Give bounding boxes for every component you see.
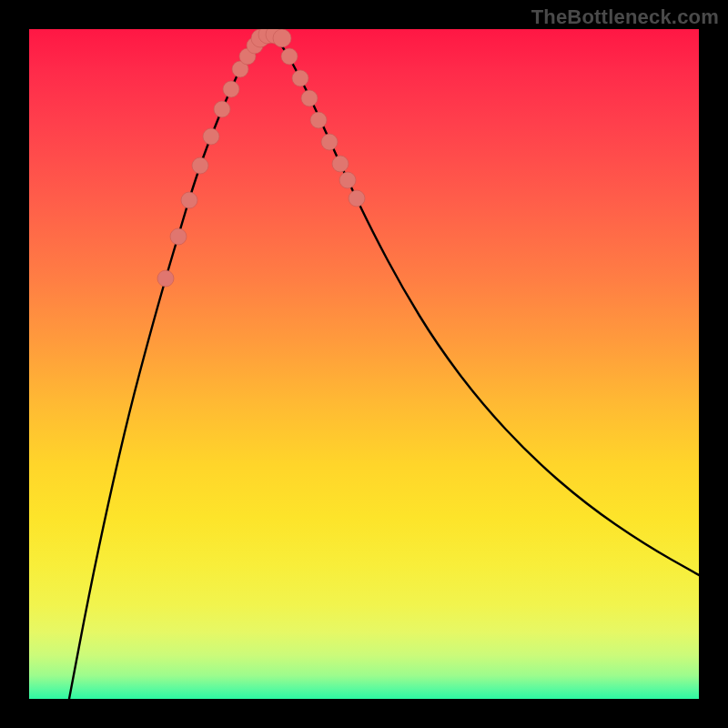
data-dot — [332, 156, 349, 172]
data-dot — [192, 157, 208, 174]
data-dot — [181, 192, 197, 208]
outer-frame: TheBottleneck.com — [0, 0, 728, 728]
watermark-text: TheBottleneck.com — [531, 5, 719, 29]
data-dot — [170, 228, 187, 245]
data-dot — [301, 90, 318, 106]
data-dot — [203, 128, 219, 145]
right-curve — [273, 35, 699, 575]
data-dot — [310, 112, 327, 128]
plot-area — [29, 29, 699, 699]
curve-layer — [29, 29, 699, 699]
data-dot — [339, 172, 356, 188]
data-dot — [349, 190, 365, 207]
data-dot — [157, 270, 174, 287]
data-dot — [223, 81, 239, 97]
data-dot — [321, 134, 338, 150]
data-dot — [273, 29, 291, 47]
data-dot — [214, 101, 230, 117]
data-dot — [292, 70, 308, 86]
data-dot — [281, 48, 298, 65]
left-curve — [69, 35, 264, 699]
